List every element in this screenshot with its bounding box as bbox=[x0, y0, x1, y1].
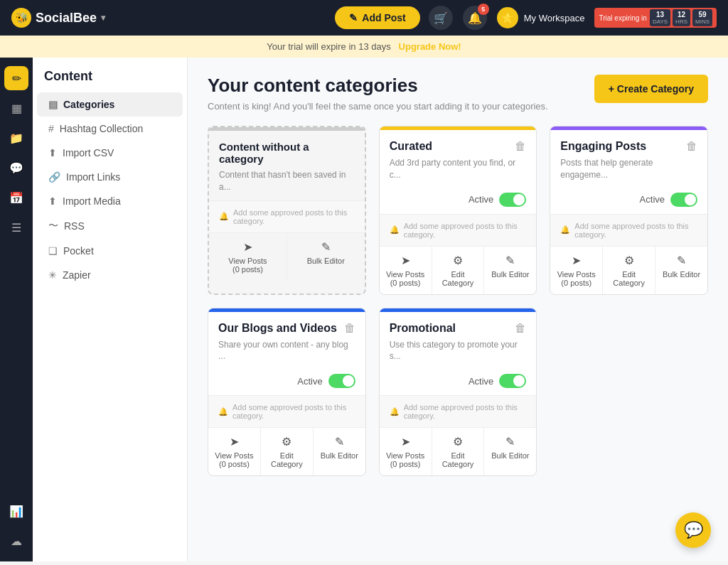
card-header: Our Blogs and Videos 🗑 bbox=[218, 322, 355, 339]
icon-bar-folder[interactable]: 📁 bbox=[4, 126, 28, 150]
rss-icon: 〜 bbox=[48, 220, 58, 232]
chat-icon: 💬 bbox=[684, 521, 703, 539]
view-posts-button[interactable]: ➤ View Posts(0 posts) bbox=[380, 247, 432, 294]
bell-icon: 🔔 bbox=[560, 225, 570, 235]
notification-text: Add some approved posts to this category… bbox=[574, 222, 697, 239]
sidebar-item-categories-label: Categories bbox=[63, 99, 114, 110]
page-title-area: Your content categories Content is king!… bbox=[208, 75, 548, 112]
sidebar-item-pocket[interactable]: ❑ Pocket bbox=[37, 239, 183, 263]
edit-category-icon: ⚙ bbox=[624, 254, 634, 267]
card-title: Engaging Posts bbox=[560, 140, 686, 153]
card-desc: Posts that help generate engageme... bbox=[560, 157, 697, 181]
delete-category-button[interactable]: 🗑 bbox=[515, 140, 526, 153]
logo-chevron-icon[interactable]: ▾ bbox=[101, 13, 105, 23]
icon-bar-calendar[interactable]: 📅 bbox=[4, 185, 28, 210]
view-posts-icon: ➤ bbox=[401, 435, 410, 448]
icon-bar-edit[interactable]: ✏ bbox=[4, 66, 28, 90]
view-posts-icon: ➤ bbox=[572, 254, 581, 267]
icon-bar-cloud[interactable]: ☁ bbox=[4, 529, 28, 553]
card-actions: ➤ View Posts(0 posts) ⚙ Edit Category ✎ … bbox=[380, 246, 537, 294]
card-title: Promotional bbox=[390, 322, 515, 335]
sidebar-item-rss[interactable]: 〜 RSS bbox=[37, 213, 183, 239]
chat-support-button[interactable]: 💬 bbox=[675, 512, 711, 548]
page-subtitle: Content is king! And you'll feel the sam… bbox=[208, 101, 548, 112]
add-post-button[interactable]: ✎ Add Post bbox=[335, 6, 419, 29]
delete-category-button[interactable]: 🗑 bbox=[515, 322, 526, 335]
active-toggle[interactable] bbox=[670, 193, 697, 207]
card-title: Content without a category bbox=[219, 141, 355, 165]
bell-icon: 🔔 bbox=[390, 225, 400, 235]
active-toggle[interactable] bbox=[328, 374, 355, 388]
view-posts-label: View Posts(0 posts) bbox=[228, 257, 267, 274]
icon-bar-chart[interactable]: 📊 bbox=[4, 499, 28, 523]
edit-category-button[interactable]: ⚙ Edit Category bbox=[603, 247, 655, 294]
view-posts-button[interactable]: ➤ View Posts(0 posts) bbox=[209, 233, 287, 281]
edit-category-label: Edit Category bbox=[435, 270, 481, 287]
bulk-editor-icon: ✎ bbox=[505, 254, 515, 267]
bulk-editor-button[interactable]: ✎ Bulk Editor bbox=[655, 247, 707, 294]
category-card-curated: Curated 🗑 Add 3rd party content you find… bbox=[379, 126, 537, 295]
bulk-editor-button[interactable]: ✎ Bulk Editor bbox=[484, 247, 536, 294]
bulk-editor-button[interactable]: ✎ Bulk Editor bbox=[484, 428, 536, 475]
zapier-icon: ✳ bbox=[48, 269, 57, 281]
view-posts-icon: ➤ bbox=[243, 240, 252, 254]
active-toggle[interactable] bbox=[499, 374, 526, 388]
category-card-blogs: Our Blogs and Videos 🗑 Share your own co… bbox=[208, 308, 366, 477]
sidebar-item-import-media[interactable]: ⬆ Import Media bbox=[37, 189, 183, 213]
sidebar-item-import-csv[interactable]: ⬆ Import CSV bbox=[37, 141, 183, 165]
card-desc: Add 3rd party content you find, or c... bbox=[390, 157, 527, 181]
view-posts-button[interactable]: ➤ View Posts(0 posts) bbox=[380, 428, 432, 475]
card-body: Engaging Posts 🗑 Posts that help generat… bbox=[550, 130, 707, 214]
card-notification: 🔔 Add some approved posts to this catego… bbox=[208, 395, 365, 427]
delete-category-button[interactable]: 🗑 bbox=[686, 140, 697, 153]
notification-button[interactable]: 🔔 5 bbox=[463, 6, 487, 30]
active-label: Active bbox=[640, 194, 665, 205]
csv-icon: ⬆ bbox=[48, 147, 57, 158]
main-content: Your content categories Content is king!… bbox=[188, 58, 728, 561]
bulk-editor-label: Bulk Editor bbox=[491, 451, 529, 460]
icon-bar-table[interactable]: ☰ bbox=[4, 215, 28, 240]
hashtag-icon: # bbox=[48, 123, 54, 134]
view-posts-button[interactable]: ➤ View Posts(0 posts) bbox=[550, 247, 603, 294]
icon-bar-grid[interactable]: ▦ bbox=[4, 96, 28, 120]
trial-banner: Your trial will expire in 13 days Upgrad… bbox=[0, 36, 728, 58]
active-toggle[interactable] bbox=[499, 193, 526, 207]
edit-category-button[interactable]: ⚙ Edit Category bbox=[261, 428, 314, 475]
bulk-editor-label: Bulk Editor bbox=[307, 257, 345, 265]
bulk-editor-icon: ✎ bbox=[677, 254, 686, 267]
card-actions: ➤ View Posts(0 posts) ⚙ Edit Category ✎ … bbox=[550, 246, 707, 294]
sidebar-item-zapier[interactable]: ✳ Zapier bbox=[37, 263, 183, 287]
card-notification: 🔔 Add some approved posts to this catego… bbox=[380, 214, 537, 246]
sidebar-item-zapier-label: Zapier bbox=[63, 269, 91, 281]
card-notification: 🔔 Add some approved posts to this catego… bbox=[209, 200, 365, 232]
media-icon: ⬆ bbox=[48, 195, 57, 207]
bulk-editor-button[interactable]: ✎ Bulk Editor bbox=[314, 428, 365, 475]
pocket-icon: ❑ bbox=[48, 245, 58, 257]
page-title: Your content categories bbox=[208, 75, 548, 97]
edit-category-button[interactable]: ⚙ Edit Category bbox=[432, 428, 485, 475]
logo-area: 🐝 SocialBee ▾ bbox=[11, 8, 326, 28]
sidebar-item-import-links[interactable]: 🔗 Import Links bbox=[37, 165, 183, 189]
notification-text: Add some approved posts to this category… bbox=[232, 403, 355, 420]
notification-text: Add some approved posts to this category… bbox=[404, 222, 527, 239]
cart-button[interactable]: 🛒 bbox=[429, 6, 453, 30]
view-posts-icon: ➤ bbox=[401, 254, 410, 267]
app-layout: ✏ ▦ 📁 💬 📅 ☰ 📊 ☁ Content ▤ Categories # H… bbox=[0, 58, 728, 561]
card-header: Content without a category bbox=[219, 141, 355, 169]
icon-bar-chat[interactable]: 💬 bbox=[4, 156, 28, 180]
upgrade-now-link[interactable]: Upgrade Now! bbox=[399, 41, 461, 52]
notification-text: Add some approved posts to this category… bbox=[233, 208, 355, 225]
logo-icon: 🐝 bbox=[11, 8, 31, 28]
card-status: Active bbox=[560, 188, 697, 214]
view-posts-button[interactable]: ➤ View Posts(0 posts) bbox=[208, 428, 261, 475]
category-card-no-category: Content without a category Content that … bbox=[208, 126, 366, 295]
categories-icon: ▤ bbox=[48, 99, 58, 110]
bulk-editor-button[interactable]: ✎ Bulk Editor bbox=[287, 233, 365, 281]
bulk-editor-icon: ✎ bbox=[505, 435, 515, 448]
delete-category-button[interactable]: 🗑 bbox=[344, 322, 355, 335]
active-label: Active bbox=[297, 376, 322, 387]
sidebar-item-hashtag[interactable]: # Hashtag Collection bbox=[37, 117, 183, 141]
sidebar-item-categories[interactable]: ▤ Categories bbox=[37, 92, 183, 117]
edit-category-button[interactable]: ⚙ Edit Category bbox=[432, 247, 485, 294]
create-category-button[interactable]: + Create Category bbox=[594, 75, 708, 103]
